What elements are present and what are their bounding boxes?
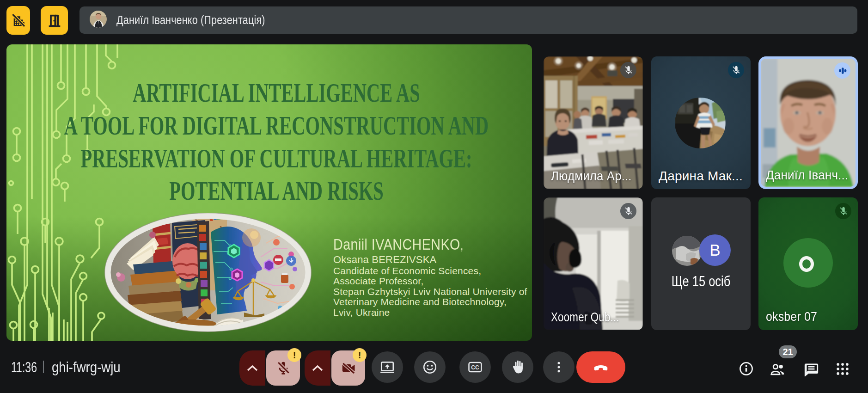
svg-text:CC: CC (471, 364, 479, 371)
